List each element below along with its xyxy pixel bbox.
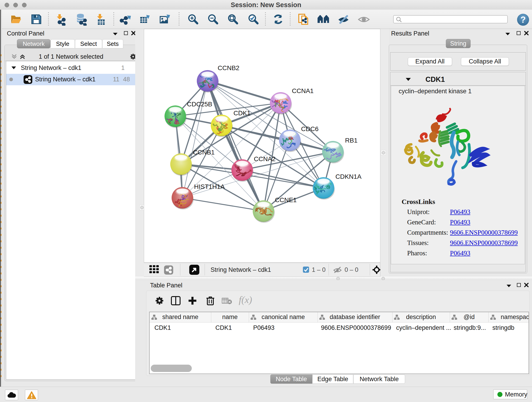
svg-text:CCNA1: CCNA1	[292, 87, 314, 95]
svg-text:HIST1H1A: HIST1H1A	[194, 183, 225, 190]
svg-text:RB1: RB1	[345, 137, 357, 144]
svg-text:CDK1: CDK1	[234, 109, 251, 117]
svg-text:?: ?	[520, 15, 526, 25]
svg-text:CDKN1A: CDKN1A	[336, 173, 361, 180]
svg-text:CCNE1: CCNE1	[275, 196, 297, 204]
svg-text:CDC6: CDC6	[301, 125, 318, 133]
svg-text:CCNB1: CCNB1	[193, 149, 215, 156]
svg-text:CDC25B: CDC25B	[187, 101, 212, 108]
svg-text:CCNB2: CCNB2	[218, 64, 239, 71]
svg-text:CCNA2: CCNA2	[254, 155, 276, 162]
